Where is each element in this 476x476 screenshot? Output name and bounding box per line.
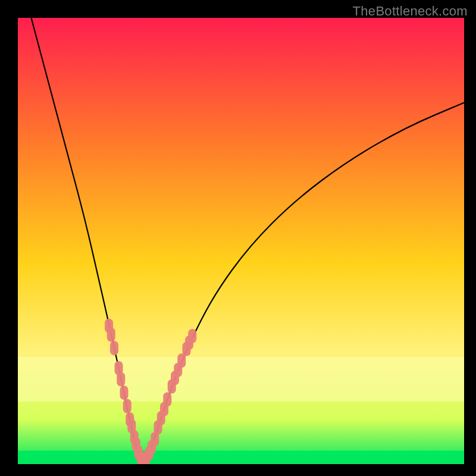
data-marker xyxy=(110,341,118,355)
data-marker xyxy=(188,329,196,343)
watermark-text: TheBottleneck.com xyxy=(353,4,468,19)
highlight-band xyxy=(18,357,464,402)
chart-svg xyxy=(18,18,464,464)
data-marker xyxy=(117,372,125,387)
outer-frame: TheBottleneck.com xyxy=(0,0,476,476)
data-marker xyxy=(123,399,131,414)
chart-plot-area xyxy=(18,18,464,464)
data-marker xyxy=(163,392,171,406)
data-marker xyxy=(120,386,129,400)
data-marker xyxy=(107,328,115,342)
green-floor-strip xyxy=(18,451,464,465)
